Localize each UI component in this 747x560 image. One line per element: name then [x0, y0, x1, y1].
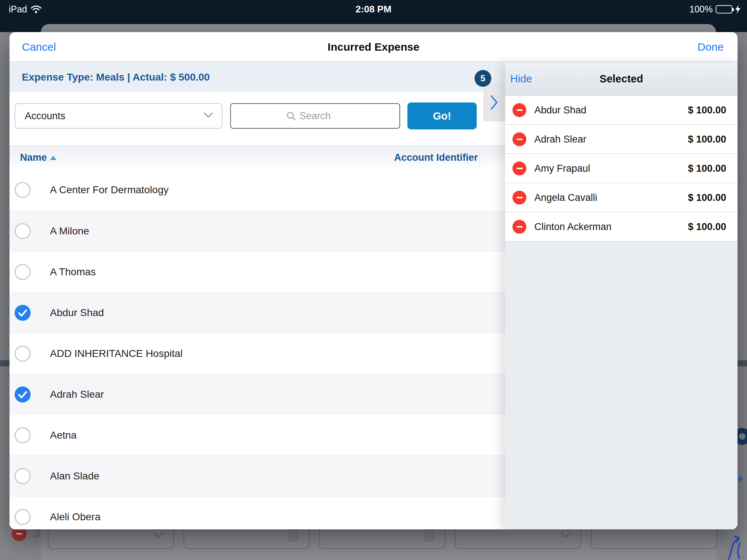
selected-amount: $ 100.00 — [688, 154, 726, 183]
remove-icon[interactable] — [512, 191, 526, 205]
selected-name: Abdur Shad — [534, 96, 587, 125]
remove-icon[interactable] — [512, 103, 526, 117]
selected-name: Angela Cavalli — [534, 183, 597, 212]
charging-bolt-icon — [735, 5, 740, 13]
selected-name: Adrah Slear — [534, 125, 587, 154]
selected-name: Clinton Ackerman — [534, 212, 612, 241]
selected-row: Adrah Slear $ 100.00 — [505, 125, 738, 154]
row-checkbox[interactable] — [15, 427, 31, 443]
search-input[interactable] — [230, 103, 400, 129]
panel-expand-handle[interactable] — [483, 83, 505, 121]
selected-row: Angela Cavalli $ 100.00 — [505, 183, 738, 212]
column-divider — [479, 145, 480, 170]
account-identifier-column-header[interactable]: Account Identifier — [394, 145, 478, 170]
row-checkbox[interactable] — [15, 468, 31, 484]
selected-row: Amy Frapaul $ 100.00 — [505, 154, 738, 183]
category-dropdown-value: Accounts — [25, 110, 65, 122]
account-name: Adrah Slear — [50, 374, 104, 415]
selected-amount: $ 100.00 — [688, 212, 726, 241]
account-name: A Center For Dermatology — [50, 170, 169, 210]
category-dropdown[interactable]: Accounts — [15, 103, 222, 129]
row-checkbox[interactable] — [15, 264, 31, 280]
account-name: ADD INHERITANCE Hospital — [50, 333, 183, 374]
selected-amount: $ 100.00 — [688, 183, 726, 212]
remove-icon[interactable] — [512, 162, 526, 175]
remove-icon[interactable] — [512, 132, 526, 146]
account-name: Alan Slade — [50, 456, 99, 497]
selected-list: Abdur Shad $ 100.00 Adrah Slear $ 100.00… — [505, 96, 738, 241]
chevron-down-icon — [154, 532, 163, 540]
remove-icon[interactable] — [512, 220, 526, 234]
battery-icon — [716, 5, 732, 13]
row-checkbox[interactable] — [15, 509, 31, 525]
account-name: Aleli Obera — [50, 497, 101, 529]
page-title: Incurred Expense — [9, 32, 738, 62]
calendar-icon — [289, 529, 299, 543]
clock: 2:08 PM — [0, 0, 747, 18]
selected-name: Amy Frapaul — [534, 154, 590, 183]
selected-row: Abdur Shad $ 100.00 — [505, 96, 738, 125]
checkmark-icon — [15, 386, 31, 402]
row-checkbox[interactable] — [15, 305, 31, 321]
selected-row: Clinton Ackerman $ 100.00 — [505, 212, 738, 241]
battery-percent: 100% — [689, 4, 713, 15]
calendar-icon — [424, 529, 434, 543]
expense-summary-text: Expense Type: Meals | Actual: $ 500.00 — [22, 62, 210, 92]
row-checkbox[interactable] — [15, 346, 31, 362]
chevron-down-icon — [204, 112, 213, 120]
selected-panel-title: Selected — [505, 62, 738, 96]
done-button[interactable]: Done — [697, 32, 724, 62]
checkmark-icon — [15, 305, 31, 321]
selected-amount: $ 100.00 — [688, 96, 726, 125]
branch-arrow-doodle-icon — [723, 534, 747, 560]
modal-header: Cancel Incurred Expense Done — [9, 32, 738, 62]
chevron-right-icon — [490, 95, 498, 110]
row-checkbox[interactable] — [15, 386, 31, 402]
go-button[interactable]: Go! — [407, 102, 477, 129]
account-name: A Milone — [50, 211, 89, 252]
sort-ascending-icon — [50, 156, 57, 160]
selected-count-badge: 5 — [475, 70, 491, 87]
selected-panel-header: Hide Selected — [505, 62, 738, 96]
row-checkbox[interactable] — [15, 182, 31, 198]
chevron-down-icon — [561, 532, 570, 540]
row-checkbox[interactable] — [15, 223, 31, 239]
account-name: Abdur Shad — [50, 292, 104, 333]
incurred-expense-modal: Cancel Incurred Expense Done Expense Typ… — [9, 32, 738, 529]
account-name: A Thomas — [50, 252, 96, 292]
screen: iPad 2:08 PM 100% 3 — [0, 0, 747, 560]
selected-panel: Hide Selected Abdur Shad $ 100.00 Adrah … — [505, 62, 738, 529]
account-name: Aetna — [50, 415, 77, 456]
selected-amount: $ 100.00 — [688, 125, 726, 154]
name-column-header[interactable]: Name — [20, 145, 57, 170]
